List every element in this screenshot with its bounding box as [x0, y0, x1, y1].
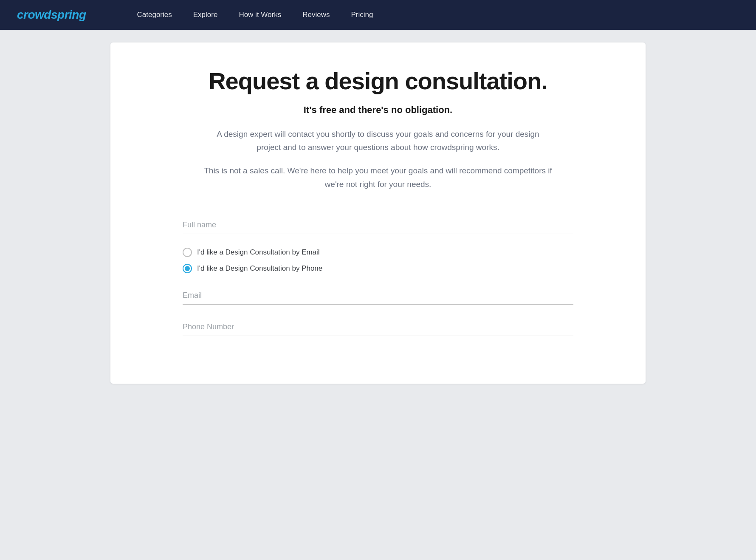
- phone-group: [183, 318, 573, 336]
- radio-email-indicator: [183, 248, 192, 257]
- hero-desc1: A design expert will contact you shortly…: [204, 127, 552, 154]
- hero-subtitle: It's free and there's no obligation.: [144, 105, 612, 116]
- nav-item-pricing[interactable]: Pricing: [351, 11, 373, 19]
- nav-links: Categories Explore How it Works Reviews …: [137, 11, 373, 19]
- nav-item-explore[interactable]: Explore: [193, 11, 218, 19]
- navbar: crowdspring Categories Explore How it Wo…: [0, 0, 756, 30]
- logo[interactable]: crowdspring: [17, 8, 112, 22]
- nav-link-reviews[interactable]: Reviews: [302, 11, 330, 19]
- fullname-input[interactable]: [183, 216, 573, 234]
- nav-item-categories[interactable]: Categories: [137, 11, 172, 19]
- nav-link-pricing[interactable]: Pricing: [351, 11, 373, 19]
- hero-section: Request a design consultation. It's free…: [144, 68, 612, 191]
- nav-item-reviews[interactable]: Reviews: [302, 11, 330, 19]
- nav-link-categories[interactable]: Categories: [137, 11, 172, 19]
- nav-link-how-it-works[interactable]: How it Works: [239, 11, 281, 19]
- radio-phone-label[interactable]: I'd like a Design Consultation by Phone: [183, 264, 573, 273]
- radio-email-label[interactable]: I'd like a Design Consultation by Email: [183, 248, 573, 257]
- nav-item-how-it-works[interactable]: How it Works: [239, 11, 281, 19]
- nav-link-explore[interactable]: Explore: [193, 11, 218, 19]
- radio-email-text: I'd like a Design Consultation by Email: [197, 248, 320, 257]
- hero-desc2: This is not a sales call. We're here to …: [204, 164, 552, 191]
- consultation-form: I'd like a Design Consultation by Email …: [183, 216, 573, 336]
- consultation-type-group: I'd like a Design Consultation by Email …: [183, 248, 573, 273]
- email-input[interactable]: [183, 287, 573, 305]
- radio-phone-indicator: [183, 264, 192, 273]
- email-group: [183, 287, 573, 305]
- logo-text: crowdspring: [17, 8, 86, 22]
- phone-input[interactable]: [183, 318, 573, 336]
- fullname-group: [183, 216, 573, 234]
- radio-phone-text: I'd like a Design Consultation by Phone: [197, 264, 322, 273]
- main-card: Request a design consultation. It's free…: [110, 42, 646, 384]
- page-title: Request a design consultation.: [144, 68, 612, 94]
- page-wrapper: Request a design consultation. It's free…: [0, 30, 756, 409]
